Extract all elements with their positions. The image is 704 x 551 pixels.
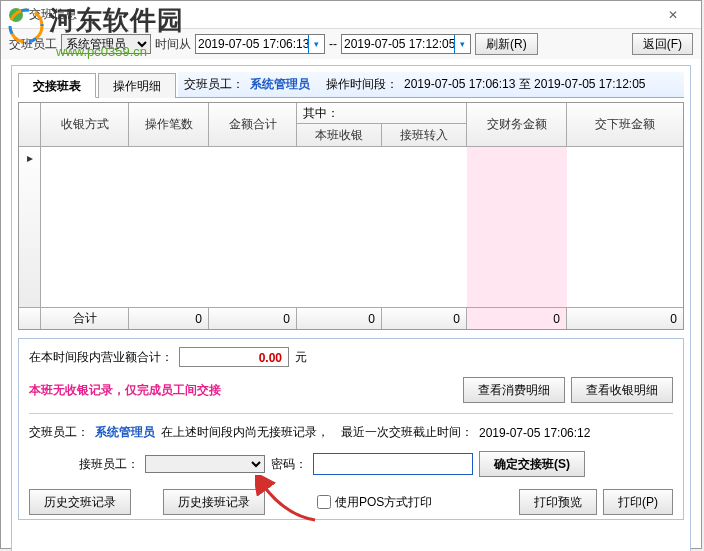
sales-total-label: 在本时间段内营业额合计： xyxy=(29,349,173,366)
tab-operation-detail[interactable]: 操作明细 xyxy=(98,73,176,98)
titlebar: 交班信息 ✕ xyxy=(1,1,701,29)
footer-v4: 0 xyxy=(382,308,467,329)
time-to-input[interactable] xyxy=(341,34,471,54)
view-cashier-detail-button[interactable]: 查看收银明细 xyxy=(571,377,673,403)
sales-total-value: 0.00 xyxy=(179,347,289,367)
footer-v3: 0 xyxy=(297,308,382,329)
highlight-column xyxy=(467,147,567,307)
col-amount-total[interactable]: 金额合计 xyxy=(209,103,297,146)
chevron-down-icon[interactable]: ▾ xyxy=(308,35,324,53)
footer-selector xyxy=(19,308,41,329)
col-next-shift-amount[interactable]: 交下班金额 xyxy=(567,103,683,146)
app-icon xyxy=(9,8,23,22)
staff-label2: 交班员工： xyxy=(29,424,89,441)
sales-unit: 元 xyxy=(295,349,307,366)
footer-v2: 0 xyxy=(209,308,297,329)
warning-text: 本班无收银记录，仅完成员工间交接 xyxy=(29,382,221,399)
col-self-collect[interactable]: 本班收银 xyxy=(297,124,382,146)
pos-print-check-input[interactable] xyxy=(317,495,331,509)
info-staff-label: 交班员工： xyxy=(184,76,244,93)
staff-label: 交班员工 xyxy=(9,36,57,53)
bottom-panel: 在本时间段内营业额合计： 0.00 元 本班无收银记录，仅完成员工间交接 查看消… xyxy=(18,338,684,520)
last-time-value: 2019-07-05 17:06:12 xyxy=(479,426,590,440)
history-takeover-button[interactable]: 历史接班记录 xyxy=(163,489,265,515)
history-handover-button[interactable]: 历史交班记录 xyxy=(29,489,131,515)
back-button[interactable]: 返回(F) xyxy=(632,33,693,55)
time-separator: -- xyxy=(329,37,337,51)
col-group-including: 其中： xyxy=(297,103,467,124)
toolbar: 交班员工 系统管理员 时间从 ▾ -- ▾ 刷新(R) 返回(F) xyxy=(1,29,701,59)
footer-label: 合计 xyxy=(41,308,129,329)
data-grid: 收银方式 操作笔数 金额合计 其中： 本班收银 接班转入 交财务金额 交下班金额… xyxy=(18,102,684,330)
tab-shift-table[interactable]: 交接班表 xyxy=(18,73,96,98)
col-finance-amount[interactable]: 交财务金额 xyxy=(467,103,567,146)
password-label: 密码： xyxy=(271,456,307,473)
pos-print-checkbox[interactable]: 使用POS方式打印 xyxy=(317,494,432,511)
no-record-text: 在上述时间段内尚无接班记录， xyxy=(161,424,329,441)
print-button[interactable]: 打印(P) xyxy=(603,489,673,515)
staff-select[interactable]: 系统管理员 xyxy=(61,34,151,54)
col-payment-method[interactable]: 收银方式 xyxy=(41,103,129,146)
info-period-value: 2019-07-05 17:06:13 至 2019-07-05 17:12:0… xyxy=(404,76,646,93)
row-selector-header xyxy=(19,103,41,146)
row-marker-icon: ▸ xyxy=(19,147,41,169)
col-op-count[interactable]: 操作笔数 xyxy=(129,103,209,146)
view-consume-detail-button[interactable]: 查看消费明细 xyxy=(463,377,565,403)
grid-body[interactable]: ▸ xyxy=(19,147,683,307)
receiver-select[interactable] xyxy=(145,455,265,473)
confirm-shift-button[interactable]: 确定交接班(S) xyxy=(479,451,585,477)
receiver-label: 接班员工： xyxy=(79,456,139,473)
refresh-button[interactable]: 刷新(R) xyxy=(475,33,538,55)
footer-v5: 0 xyxy=(467,308,567,329)
window-title: 交班信息 xyxy=(29,6,653,23)
col-transfer-in[interactable]: 接班转入 xyxy=(382,124,467,146)
password-input[interactable] xyxy=(313,453,473,475)
info-period-label: 操作时间段： xyxy=(326,76,398,93)
last-time-label: 最近一次交班截止时间： xyxy=(341,424,473,441)
print-preview-button[interactable]: 打印预览 xyxy=(519,489,597,515)
staff-value2: 系统管理员 xyxy=(95,424,155,441)
chevron-down-icon[interactable]: ▾ xyxy=(454,35,470,53)
time-from-label: 时间从 xyxy=(155,36,191,53)
close-icon[interactable]: ✕ xyxy=(653,4,693,26)
time-from-input[interactable] xyxy=(195,34,325,54)
info-staff-value: 系统管理员 xyxy=(250,76,310,93)
footer-v6: 0 xyxy=(567,308,683,329)
footer-v1: 0 xyxy=(129,308,209,329)
